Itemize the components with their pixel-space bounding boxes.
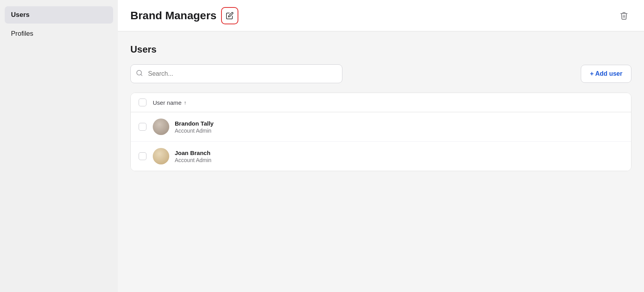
user-info: Joan Branch Account Admin xyxy=(175,150,211,163)
user-checkbox-0[interactable] xyxy=(139,123,146,131)
column-username-label: User name ↑ xyxy=(153,99,187,106)
sidebar-item-users[interactable]: Users xyxy=(5,6,113,24)
user-name: Brandon Tally xyxy=(175,120,214,127)
sort-icon[interactable]: ↑ xyxy=(184,100,187,106)
search-box xyxy=(130,64,342,83)
page-title: Brand Managers xyxy=(130,9,216,22)
trash-icon xyxy=(620,11,628,20)
edit-button[interactable] xyxy=(221,7,238,24)
page-header: Brand Managers xyxy=(118,0,644,31)
table-row: Joan Branch Account Admin xyxy=(131,142,631,171)
table-header: User name ↑ xyxy=(131,93,631,112)
user-name: Joan Branch xyxy=(175,150,211,156)
add-user-button[interactable]: + Add user xyxy=(581,65,631,83)
users-table: User name ↑ Brandon Tally Account Admin … xyxy=(130,93,631,171)
user-info: Brandon Tally Account Admin xyxy=(175,120,214,134)
select-all-checkbox[interactable] xyxy=(139,99,146,106)
header-left: Brand Managers xyxy=(130,7,238,24)
svg-line-1 xyxy=(141,74,142,75)
delete-button[interactable] xyxy=(617,8,631,23)
avatar xyxy=(153,148,169,164)
sidebar: Users Profiles xyxy=(0,0,118,292)
table-row: Brandon Tally Account Admin xyxy=(131,112,631,142)
sidebar-item-profiles[interactable]: Profiles xyxy=(5,25,113,42)
user-role: Account Admin xyxy=(175,128,214,134)
section-title: Users xyxy=(130,44,631,55)
search-input[interactable] xyxy=(130,64,342,83)
main-content: Brand Managers Users xyxy=(118,0,644,292)
user-checkbox-1[interactable] xyxy=(139,152,146,160)
search-row: + Add user xyxy=(130,64,631,83)
edit-icon xyxy=(226,12,234,20)
content-area: Users + Add user User name xyxy=(118,31,644,292)
avatar xyxy=(153,119,169,135)
user-role: Account Admin xyxy=(175,157,211,163)
search-icon xyxy=(136,69,143,78)
